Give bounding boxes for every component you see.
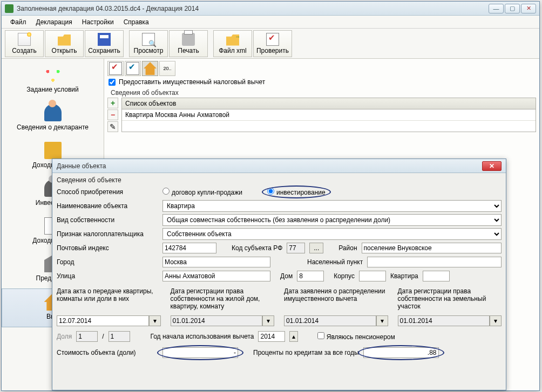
taxpayer-label: Признак налогоплательщика bbox=[57, 230, 158, 238]
share-b-input bbox=[109, 331, 130, 342]
flat-label: Квартира bbox=[390, 272, 418, 280]
date1-label: Дата акта о передаче квартиры, комнаты и… bbox=[57, 287, 161, 313]
radio-contract-label: договор купли-продажи bbox=[172, 189, 242, 196]
xml-icon bbox=[226, 33, 239, 46]
share-label: Доля bbox=[57, 333, 72, 340]
date3-label: Дата заявления о распределении имуществе… bbox=[284, 287, 388, 313]
date4-label: Дата регистрации права собственности на … bbox=[398, 287, 502, 313]
settlement-label: Населенный пункт bbox=[307, 258, 363, 266]
region-code-label: Код субъекта РФ bbox=[232, 244, 282, 252]
toolbar: Создать Открыть Сохранить Просмотр Печат… bbox=[2, 29, 539, 59]
provide-deduction-label: Предоставить имущественный налоговый выч… bbox=[119, 78, 265, 86]
mini-btn-1[interactable] bbox=[107, 61, 124, 76]
object-name-select[interactable]: Квартира bbox=[162, 200, 502, 212]
building-input[interactable] bbox=[359, 271, 386, 281]
remove-item-button[interactable]: − bbox=[107, 109, 118, 120]
house-label: Дом bbox=[280, 272, 293, 280]
date2-input bbox=[171, 315, 263, 326]
open-icon bbox=[58, 33, 71, 46]
close-button[interactable]: ✕ bbox=[521, 4, 536, 13]
create-button[interactable]: Создать bbox=[5, 30, 44, 57]
slash: / bbox=[102, 333, 104, 340]
save-icon bbox=[98, 33, 111, 46]
open-label: Открыть bbox=[51, 47, 77, 54]
interest-label: Проценты по кредитам за все годы bbox=[253, 349, 359, 356]
money-icon bbox=[44, 142, 62, 159]
add-item-button[interactable]: + bbox=[107, 98, 118, 108]
sidebar-item-label: Задание условий bbox=[26, 86, 78, 93]
date1-input[interactable] bbox=[57, 315, 149, 326]
street-input[interactable] bbox=[162, 271, 270, 281]
sidebar-item-conditions[interactable]: Задание условий bbox=[2, 62, 104, 100]
mini-btn-house[interactable] bbox=[142, 61, 158, 76]
preview-button[interactable]: Просмотр bbox=[129, 30, 168, 57]
save-label: Сохранить bbox=[88, 47, 120, 54]
date4-picker-button[interactable]: ▾ bbox=[490, 315, 502, 326]
city-label: Город bbox=[57, 258, 158, 266]
cost-input[interactable] bbox=[162, 347, 238, 358]
date3-input bbox=[284, 315, 376, 326]
date3-picker-button[interactable]: ▾ bbox=[376, 315, 388, 326]
date1-picker-button[interactable]: ▾ bbox=[149, 315, 161, 326]
titlebar: Заполненная декларация 04.03.2015.dc4 - … bbox=[2, 2, 539, 16]
provide-deduction-checkbox[interactable] bbox=[109, 79, 116, 86]
print-icon bbox=[182, 33, 195, 46]
menu-file[interactable]: Файл bbox=[6, 17, 31, 27]
print-button[interactable]: Печать bbox=[169, 30, 208, 57]
date4-input bbox=[398, 315, 490, 326]
list-controls: + − ✎ bbox=[107, 98, 119, 132]
menu-help[interactable]: Справка bbox=[119, 17, 153, 27]
pensioner-checkbox[interactable] bbox=[317, 332, 324, 339]
xml-button[interactable]: Файл xml bbox=[213, 30, 252, 57]
open-button[interactable]: Открыть bbox=[45, 30, 84, 57]
radio-contract[interactable]: договор купли-продажи bbox=[162, 188, 242, 196]
minimize-button[interactable]: — bbox=[489, 4, 504, 13]
mini-btn-2[interactable] bbox=[125, 61, 141, 76]
sidebar-item-declarant[interactable]: Сведения о декларанте bbox=[2, 100, 104, 137]
building-label: Корпус bbox=[334, 272, 355, 280]
sidebar-item-label: Сведения о декларанте bbox=[17, 123, 89, 131]
interest-input[interactable] bbox=[363, 347, 439, 358]
taxpayer-select[interactable]: Собственник объекта bbox=[162, 228, 502, 240]
postcode-label: Почтовый индекс bbox=[57, 244, 158, 252]
preview-label: Просмотр bbox=[134, 47, 164, 54]
mini-20-label: 20.. bbox=[163, 66, 171, 71]
xml-label: Файл xml bbox=[219, 47, 247, 54]
radio-invest[interactable]: инвестирование bbox=[267, 188, 326, 196]
ownership-select[interactable]: Общая совместная собственность (без заяв… bbox=[162, 214, 502, 226]
postcode-input[interactable] bbox=[162, 243, 216, 253]
pensioner-checkbox-label[interactable]: Являюсь пенсионером bbox=[317, 332, 395, 341]
objects-group-label: Сведения об объектах bbox=[107, 88, 536, 98]
region-lookup-button[interactable]: ... bbox=[309, 243, 323, 253]
acquisition-label: Способ приобретения bbox=[57, 188, 158, 196]
object-info-group-label: Сведения об объекте bbox=[57, 176, 502, 184]
user-icon bbox=[44, 104, 62, 121]
list-item[interactable]: Квартира Москва Анны Ахматовой bbox=[122, 109, 536, 121]
home-icon bbox=[144, 62, 157, 75]
menu-settings[interactable]: Настройки bbox=[78, 17, 118, 27]
list-header: Список объектов bbox=[122, 98, 536, 109]
settlement-input[interactable] bbox=[367, 257, 502, 267]
district-input[interactable] bbox=[362, 243, 502, 253]
region-code-input bbox=[287, 243, 305, 253]
year-spinner[interactable]: ▴ bbox=[289, 331, 298, 342]
mini-btn-20[interactable]: 20.. bbox=[159, 61, 175, 76]
mini-toolbar: 20.. bbox=[107, 61, 536, 76]
check-icon bbox=[126, 62, 139, 75]
flat-input[interactable] bbox=[423, 271, 450, 281]
maximize-button[interactable]: ▢ bbox=[505, 4, 520, 13]
edit-item-button[interactable]: ✎ bbox=[107, 121, 118, 132]
city-input[interactable] bbox=[162, 257, 270, 267]
new-icon bbox=[18, 33, 31, 46]
district-label: Район bbox=[338, 244, 357, 252]
save-button[interactable]: Сохранить bbox=[85, 30, 124, 57]
dialog-close-button[interactable]: ✕ bbox=[482, 161, 502, 171]
create-label: Создать bbox=[12, 47, 37, 54]
menu-declaration[interactable]: Декларация bbox=[32, 17, 77, 27]
date2-label: Дата регистрации права собственности на … bbox=[171, 287, 275, 313]
year-use-input[interactable] bbox=[258, 331, 285, 342]
house-input[interactable] bbox=[297, 271, 324, 281]
date2-picker-button[interactable]: ▾ bbox=[262, 315, 274, 326]
year-use-label: Год начала использования вычета bbox=[151, 333, 254, 340]
check-button[interactable]: Проверить bbox=[253, 30, 292, 57]
